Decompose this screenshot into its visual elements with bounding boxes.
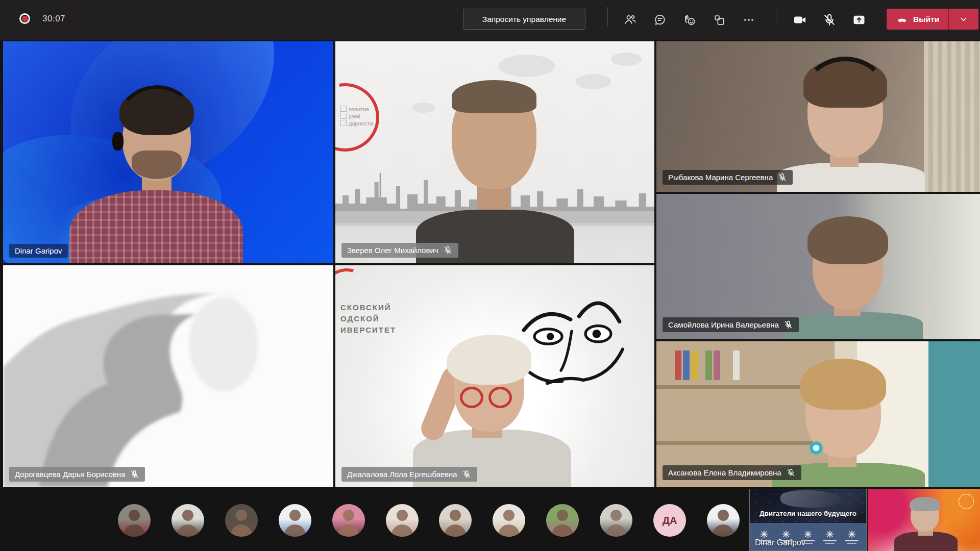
logo-line: СКОВСКИЙ <box>340 302 396 313</box>
participant-name-label: Дорогавцева Дарья Борисовна <box>9 467 145 482</box>
participant-name: Джалалова Лола Ергешбаевна <box>347 470 457 479</box>
request-control-label: Запросить управление <box>482 15 566 24</box>
mic-off-icon <box>443 245 453 255</box>
recording-status: 30:07 <box>19 13 65 24</box>
camera-on-icon[interactable] <box>785 5 815 35</box>
avatar-photo-silhouette <box>445 524 466 537</box>
leave-button-main[interactable]: Выйти <box>887 9 948 30</box>
cloud-art <box>575 74 611 89</box>
partner-logo-text: азвитие узей дарности <box>340 106 373 127</box>
screen-share-preview-tile[interactable]: Двигатели нашего будущего <box>749 489 867 551</box>
avatar-photo-silhouette <box>557 510 568 521</box>
avatar-photo-silhouette <box>718 510 729 521</box>
record-indicator-icon <box>19 13 30 24</box>
participant-avatar[interactable] <box>118 504 151 537</box>
headphones-figure <box>802 57 888 133</box>
participant-name-label: Джалалова Лола Ергешбаевна <box>341 467 477 482</box>
video-tile-zverev[interactable]: азвитие узей дарности Зверев Олег Михайл… <box>335 41 654 263</box>
share-screen-icon[interactable] <box>844 5 874 35</box>
book-art <box>714 350 720 380</box>
request-control-button[interactable]: Запросить управление <box>463 9 585 30</box>
participant-name: Зверев Олег Михайлович <box>347 246 438 255</box>
mic-off-icon <box>462 469 472 479</box>
participant-name-label: Зверев Олег Михайлович <box>341 243 458 258</box>
toolbar-divider <box>777 7 777 27</box>
video-tile-dinar-garipov[interactable]: Dinar Garipov <box>3 41 333 263</box>
participant-name: Самойлова Ирина Валерьевна <box>668 320 779 329</box>
participant-avatar[interactable] <box>386 504 419 537</box>
meeting-window: 30:07 Запросить управление <box>0 0 980 551</box>
participant-figure <box>777 163 925 192</box>
chevron-down-icon <box>959 15 968 24</box>
book-art <box>705 350 712 380</box>
breakout-rooms-icon[interactable] <box>704 5 734 35</box>
avatar-photo-silhouette <box>124 524 145 537</box>
avatar-photo-silhouette <box>343 510 354 521</box>
avatar-photo-silhouette <box>289 510 301 521</box>
video-tile-dzhalalova[interactable]: СКОВСКИЙ ОДСКОЙ ИВЕРСИТЕТ <box>335 265 654 487</box>
participant-avatar[interactable] <box>279 504 311 537</box>
leave-button[interactable]: Выйти <box>887 9 978 30</box>
reactions-icon[interactable] <box>675 5 704 35</box>
participant-figure <box>452 80 536 113</box>
cloud-art <box>412 103 435 113</box>
logo-line: дарности <box>349 120 373 127</box>
headset-figure <box>112 132 124 151</box>
bookshelf-art <box>656 441 835 445</box>
participant-figure <box>69 190 243 263</box>
cloud-art <box>499 55 555 77</box>
participant-avatar[interactable] <box>546 504 579 537</box>
participant-avatar[interactable] <box>439 504 472 537</box>
avatar-photo-silhouette <box>236 510 247 521</box>
participant-name-label: Рыбакова Марина Сергеевна <box>663 170 793 185</box>
slide-image: Двигатели нашего будущего <box>750 489 866 523</box>
participant-avatar[interactable] <box>332 504 365 537</box>
avatar-photo-silhouette <box>498 524 520 537</box>
participant-name-label: Аксанова Елена Владимировна <box>663 465 801 480</box>
participants-icon[interactable] <box>616 5 645 35</box>
device-icon-group <box>785 0 874 40</box>
dali-sketch-art <box>509 279 636 406</box>
book-art <box>683 350 690 380</box>
meeting-timer: 30:07 <box>42 14 65 24</box>
video-tile-dorogavtseva[interactable]: Дорогавцева Дарья Борисовна <box>3 265 333 487</box>
participant-avatar[interactable] <box>225 504 258 537</box>
avatar-photo-silhouette <box>605 524 627 537</box>
share-presenter-label: Dinar Garipov <box>755 538 805 547</box>
participant-name-label: Dinar Garipov <box>9 244 68 258</box>
logo-line: ИВЕРСИТЕТ <box>340 324 396 336</box>
chat-icon[interactable] <box>645 5 675 35</box>
participant-avatar[interactable] <box>600 504 632 537</box>
book-art <box>675 350 681 380</box>
logo-line: ОДСКОЙ <box>340 313 396 324</box>
participant-avatar[interactable] <box>707 504 740 537</box>
book-art <box>691 350 698 380</box>
mic-off-icon <box>130 469 139 479</box>
video-tile-samoylova[interactable]: Самойлова Ирина Валерьевна <box>656 194 980 339</box>
asterisk-icon <box>826 530 834 538</box>
participant-name: Dinar Garipov <box>15 246 62 255</box>
participant-name: Аксанова Елена Владимировна <box>668 468 781 477</box>
video-tile-rybakova[interactable]: Рыбакова Марина Сергеевна <box>656 41 980 192</box>
self-video-preview-tile[interactable] <box>868 489 980 551</box>
grayscale-artwork <box>3 265 333 487</box>
avatar-initials: ДА <box>663 515 677 527</box>
avatar-photo-silhouette <box>713 524 734 537</box>
avatar-photo-silhouette <box>397 510 408 521</box>
participant-avatar[interactable]: ДА <box>653 504 686 537</box>
background-logo-art <box>959 494 974 509</box>
participant-avatar[interactable] <box>493 504 525 537</box>
video-tile-aksanova[interactable]: Аксанова Елена Владимировна <box>656 341 980 487</box>
logo-line: азвитие <box>349 106 369 112</box>
microphone-off-icon[interactable] <box>815 5 844 35</box>
more-options-icon[interactable] <box>734 5 764 35</box>
leave-options-chevron[interactable] <box>948 9 978 30</box>
leave-label: Выйти <box>913 15 939 24</box>
participant-avatar[interactable] <box>172 504 204 537</box>
asterisk-icon <box>760 530 768 538</box>
meeting-toolbar: 30:07 Запросить управление <box>0 0 980 40</box>
university-logo-text: СКОВСКИЙ ОДСКОЙ ИВЕРСИТЕТ <box>340 302 396 336</box>
participant-name-label: Самойлова Ирина Валерьевна <box>663 317 799 332</box>
robot-hand-art <box>780 490 842 508</box>
hangup-icon <box>896 13 908 26</box>
